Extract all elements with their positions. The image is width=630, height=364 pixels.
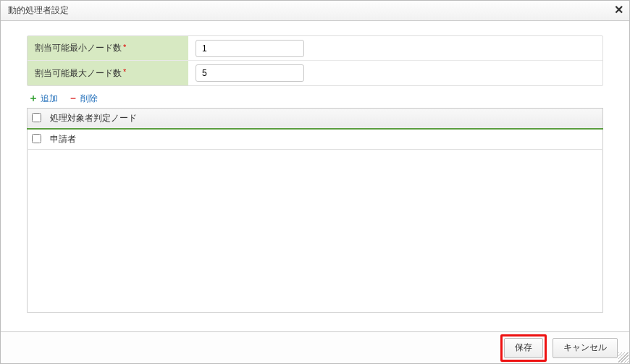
save-highlight: 保存 xyxy=(500,334,547,362)
max-nodes-input[interactable] xyxy=(196,64,304,82)
cancel-button[interactable]: キャンセル xyxy=(553,338,618,358)
resize-grip-icon[interactable] xyxy=(618,352,629,363)
dialog-header: 動的処理者設定 ✕ xyxy=(1,1,629,21)
header-checkbox-cell xyxy=(28,109,46,130)
dialog: 動的処理者設定 ✕ 割当可能最小ノード数* 割当可能最大ノード数* xyxy=(0,0,630,364)
select-all-checkbox[interactable] xyxy=(32,113,41,122)
row-label-cell: 申請者 xyxy=(46,129,603,150)
required-mark: * xyxy=(123,43,126,51)
row-checkbox-cell xyxy=(28,129,46,150)
minus-icon: － xyxy=(68,92,78,105)
min-nodes-row: 割当可能最小ノード数* xyxy=(28,36,602,61)
add-button[interactable]: ＋ 追加 xyxy=(28,92,58,105)
row-checkbox[interactable] xyxy=(32,134,41,143)
remove-button[interactable]: － 削除 xyxy=(68,92,98,105)
table-row: 申請者 xyxy=(28,129,603,150)
node-table: 処理対象者判定ノード 申請者 xyxy=(27,108,603,150)
min-nodes-input[interactable] xyxy=(196,40,304,57)
dialog-body: 割当可能最小ノード数* 割当可能最大ノード数* ＋ 追加 xyxy=(1,21,629,320)
min-nodes-control xyxy=(188,37,602,60)
table-empty-area xyxy=(27,150,603,313)
max-nodes-control xyxy=(188,62,602,85)
plus-icon: ＋ xyxy=(28,92,38,105)
required-mark: * xyxy=(123,67,126,76)
max-nodes-label: 割当可能最大ノード数* xyxy=(28,61,188,85)
dialog-footer: 保存 キャンセル xyxy=(1,331,629,363)
save-button[interactable]: 保存 xyxy=(504,338,543,358)
dialog-title: 動的処理者設定 xyxy=(8,4,69,17)
table-toolbar: ＋ 追加 － 削除 xyxy=(27,86,603,108)
min-nodes-label: 割当可能最小ノード数* xyxy=(28,36,188,60)
header-label-cell: 処理対象者判定ノード xyxy=(46,109,603,130)
close-icon[interactable]: ✕ xyxy=(614,4,623,16)
form-panel: 割当可能最小ノード数* 割当可能最大ノード数* xyxy=(27,35,603,86)
max-nodes-row: 割当可能最大ノード数* xyxy=(28,61,602,85)
table-header-row: 処理対象者判定ノード xyxy=(28,109,603,130)
